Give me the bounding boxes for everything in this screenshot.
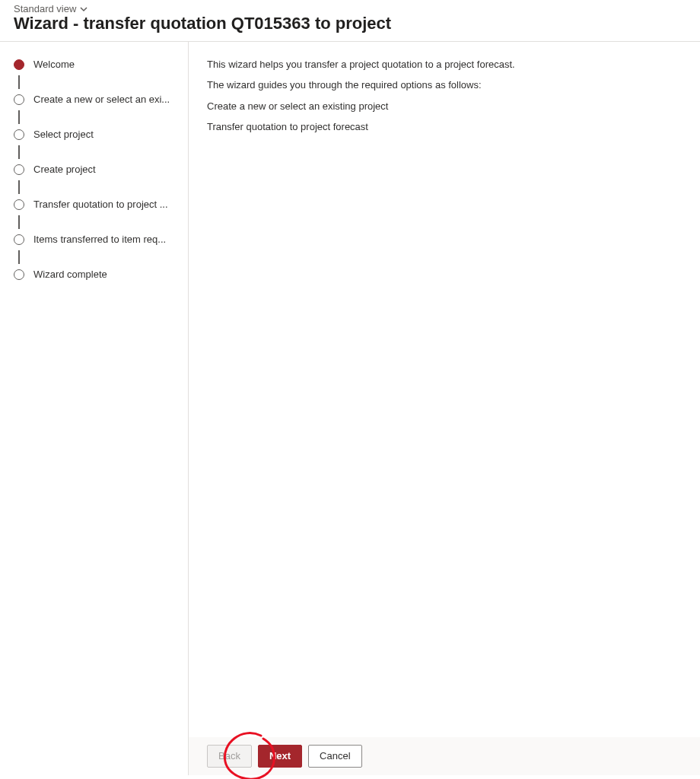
step-label: Create project <box>33 164 96 175</box>
step-indicator-icon <box>14 59 24 70</box>
header: Standard view Wizard - transfer quotatio… <box>0 0 700 42</box>
page-title: Wizard - transfer quotation QT015363 to … <box>14 13 686 35</box>
wizard-step-create-project[interactable]: Create project <box>14 161 180 179</box>
step-connector <box>14 214 180 231</box>
wizard-step-complete[interactable]: Wizard complete <box>14 265 180 284</box>
step-indicator-icon <box>14 269 24 280</box>
wizard-step-welcome[interactable]: Welcome <box>14 56 180 74</box>
wizard-description-line: Transfer quotation to project forecast <box>207 119 682 135</box>
wizard-description-line: Create a new or select an existing proje… <box>207 99 682 114</box>
step-label: Transfer quotation to project ... <box>33 199 168 210</box>
step-indicator-icon <box>14 199 24 210</box>
step-indicator-icon <box>14 234 24 245</box>
back-button[interactable]: Back <box>207 745 252 768</box>
wizard-step-transfer-quotation[interactable]: Transfer quotation to project ... <box>14 196 180 214</box>
step-indicator-icon <box>14 164 24 175</box>
cancel-button[interactable]: Cancel <box>308 745 361 768</box>
wizard-step-select-project[interactable]: Select project <box>14 126 180 144</box>
step-indicator-icon <box>14 94 24 105</box>
wizard-step-create-or-select[interactable]: Create a new or select an exi... <box>14 91 180 109</box>
step-label: Select project <box>33 129 94 140</box>
step-indicator-icon <box>14 129 24 140</box>
content: Welcome Create a new or select an exi...… <box>0 42 700 775</box>
step-label: Wizard complete <box>33 269 107 280</box>
step-label: Create a new or select an exi... <box>33 94 170 105</box>
chevron-down-icon <box>79 5 88 14</box>
step-connector <box>14 179 180 196</box>
step-connector <box>14 74 180 91</box>
step-label: Welcome <box>33 59 75 70</box>
step-label: Items transferred to item req... <box>33 234 166 245</box>
wizard-steps-sidebar: Welcome Create a new or select an exi...… <box>0 42 189 775</box>
wizard-description-line: The wizard guides you through the requir… <box>207 78 682 93</box>
wizard-description-line: This wizard helps you transfer a project… <box>207 57 682 72</box>
next-button[interactable]: Next <box>258 745 302 768</box>
wizard-body: This wizard helps you transfer a project… <box>189 42 700 737</box>
step-connector <box>14 109 180 126</box>
wizard-step-items-transferred[interactable]: Items transferred to item req... <box>14 231 180 249</box>
wizard-footer: Back Next Cancel <box>189 737 700 775</box>
step-connector <box>14 249 180 265</box>
step-connector <box>14 144 180 161</box>
main-pane: This wizard helps you transfer a project… <box>189 42 700 775</box>
